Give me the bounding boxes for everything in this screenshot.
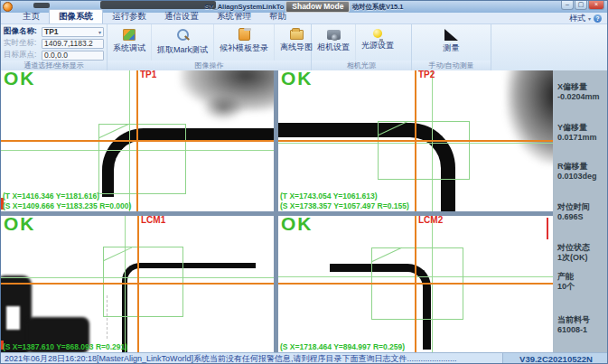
viewport-tp2[interactable]: OK TP2 (T X=1743.054 Y=1061.613) (S X=17…	[278, 70, 553, 211]
x-offset-label: X偏移量	[557, 82, 600, 92]
y-offset-label: Y偏移量	[557, 123, 597, 133]
window-title-right: 动对位系统V15.1	[351, 3, 403, 12]
group-image-ops: 系统调试 抓取Mark测试 候补模板登录 离线导图 图像操作	[108, 24, 312, 70]
menu-tab-bar: 主页 图像系统 运行参数 通信设置 系统管理 帮助 样式 ▾ ?	[1, 13, 607, 24]
camera-icon	[327, 30, 341, 40]
tab-home[interactable]: 主页	[14, 10, 49, 23]
align-status-value: 1次(OK)	[557, 253, 590, 263]
throughput-label: 产能	[557, 272, 575, 282]
coordinate-readout: (S X=1387.610 Y=868.093 R=0.291)	[3, 342, 127, 352]
target-coords: (T X=1743.054 Y=1061.613)	[280, 191, 409, 201]
viewport-lcm2[interactable]: OK LCM2 (S X=1718.464 Y=894.997 R=0.259)	[278, 216, 553, 352]
light-settings-label: 光源设置	[361, 40, 394, 51]
offline-map-label: 离线导图	[280, 42, 313, 53]
status-bar: 2021年06月28日16:20:18[MasterAlign_LinkToWo…	[1, 352, 608, 364]
target-coords: (T X=1416.346 Y=1181.616)	[3, 191, 131, 201]
group-caption-image-ops: 图像操作	[108, 61, 311, 70]
version-label: V39.2C20210522N	[502, 353, 608, 364]
ribbon: 图像名称: TP1▾ 实时坐标: 1409.7,1183.2 目标原点: 0.0…	[1, 24, 607, 70]
close-button[interactable]: ×	[588, 1, 604, 10]
r-offset-value: 0.0103deg	[557, 172, 597, 182]
target-origin-value: 0.0,0.0	[44, 51, 68, 60]
help-icon[interactable]: ?	[594, 14, 602, 23]
align-time-value: 0.696S	[557, 212, 590, 222]
style-label: 样式	[569, 13, 585, 24]
camera-settings-button[interactable]: 相机设置	[312, 24, 356, 61]
align-crosshair-h	[1, 140, 274, 142]
group-caption-channel: 通道选择/坐标显示	[1, 61, 107, 70]
shadow-blob	[201, 94, 245, 121]
system-debug-label: 系统调试	[113, 42, 145, 54]
viewport-tp1[interactable]: OK TP1 (T X=1416.346 Y=1181.616) (S X=14…	[1, 70, 274, 211]
measure-label: 测量	[444, 42, 460, 54]
align-status-label: 对位状态	[557, 243, 590, 253]
coordinate-readout: (T X=1743.054 Y=1061.613) (S X=1738.357 …	[280, 191, 409, 211]
image-name-label: 图像名称:	[4, 26, 42, 37]
realtime-coord-label: 实时坐标:	[4, 38, 42, 49]
status-ok: OK	[4, 216, 36, 235]
group-camera-light: 相机设置 光源设置 相机光源	[312, 24, 412, 70]
group-measure: 测量 手动/自动测量	[412, 24, 491, 70]
system-debug-button[interactable]: 系统调试	[108, 24, 152, 61]
tab-help[interactable]: 帮助	[260, 10, 295, 23]
coordinate-readout: (S X=1718.464 Y=894.997 R=0.259)	[280, 342, 405, 352]
realtime-coord-row: 实时坐标: 1409.7,1183.2	[4, 38, 104, 49]
shadow-blob	[506, 70, 553, 164]
magnifier-icon	[174, 28, 191, 42]
style-menu[interactable]: 样式 ▾ ?	[569, 13, 602, 24]
measure-button[interactable]: 测量	[438, 24, 465, 61]
backup-template-label: 候补模板登录	[220, 42, 268, 54]
align-time-item: 对位时间 0.696S	[557, 202, 590, 221]
backup-template-button[interactable]: 候补模板登录	[214, 24, 275, 61]
camera-label-lcm2: LCM2	[418, 216, 443, 225]
align-crosshair-h	[278, 283, 553, 285]
align-crosshair-h	[278, 140, 553, 142]
target-origin-field[interactable]: 0.0,0.0	[42, 51, 104, 61]
status-ok: OK	[281, 70, 313, 89]
clipboard-icon	[239, 28, 250, 41]
image-name-value: TP1	[44, 27, 59, 36]
caret-down-icon: ▾	[588, 15, 591, 22]
camera-viewport-grid: OK TP1 (T X=1416.346 Y=1181.616) (S X=14…	[1, 70, 608, 352]
blob-highlight	[6, 306, 20, 330]
found-coords: (S X=1409.666 Y=1183.235 R=0.000)	[3, 201, 131, 211]
camera-label-tp1: TP1	[140, 70, 156, 79]
group-channel-select: 图像名称: TP1▾ 实时坐标: 1409.7,1183.2 目标原点: 0.0…	[1, 24, 108, 70]
tab-system-mgmt[interactable]: 系统管理	[208, 10, 260, 23]
throughput-value: 10个	[557, 282, 575, 292]
status-ok: OK	[4, 70, 36, 89]
ribbon-filler	[491, 24, 607, 70]
tab-image-system[interactable]: 图像系统	[49, 9, 103, 23]
grab-mark-test-label: 抓取Mark测试	[157, 44, 208, 56]
tab-run-params[interactable]: 运行参数	[103, 10, 155, 23]
group-caption-measure: 手动/自动测量	[412, 61, 491, 70]
status-ok: OK	[281, 216, 313, 235]
found-coords: (S X=1387.610 Y=868.093 R=0.291)	[3, 342, 127, 352]
caret-down-icon: ▾	[98, 29, 101, 35]
tab-comm-settings[interactable]: 通信设置	[155, 10, 208, 23]
app-window: SY_AliagnSystemLinkTo Shadow Mode 动对位系统V…	[0, 0, 608, 364]
align-crosshair-h	[1, 283, 274, 285]
minimize-button[interactable]: –	[561, 1, 574, 10]
image-name-row: 图像名称: TP1▾	[4, 26, 104, 37]
edge-marker	[547, 218, 548, 239]
target-origin-row: 目标原点: 0.0,0.0	[4, 50, 104, 61]
y-offset-value: 0.0171mm	[557, 133, 597, 143]
image-name-select[interactable]: TP1▾	[42, 27, 104, 37]
maximize-button[interactable]: ▢	[575, 1, 587, 10]
x-offset-item: X偏移量 -0.0204mm	[557, 82, 600, 101]
part-number-label: 当前料号	[557, 315, 590, 325]
window-controls: – ▢ ×	[561, 1, 604, 10]
coordinate-readout: (T X=1416.346 Y=1181.616) (S X=1409.666 …	[3, 191, 131, 211]
y-offset-item: Y偏移量 0.0171mm	[557, 123, 597, 142]
part-number-item: 当前料号 61008-1	[557, 315, 590, 334]
folder-icon	[290, 30, 304, 40]
bulb-icon	[373, 29, 382, 38]
light-settings-button[interactable]: 光源设置	[356, 24, 399, 61]
status-message: 2021年06月28日16:20:18[MasterAlign_LinkToWo…	[1, 353, 502, 364]
grab-mark-test-button[interactable]: 抓取Mark测试	[152, 24, 214, 61]
results-sidebar: X偏移量 -0.0204mm Y偏移量 0.0171mm R偏移量 0.0103…	[553, 70, 608, 352]
viewport-lcm1[interactable]: OK LCM1 (S X=1387.610 Y=868.093 R=0.291)	[1, 216, 274, 352]
camera-label-lcm1: LCM1	[141, 216, 165, 225]
realtime-coord-field[interactable]: 1409.7,1183.2	[42, 39, 104, 49]
